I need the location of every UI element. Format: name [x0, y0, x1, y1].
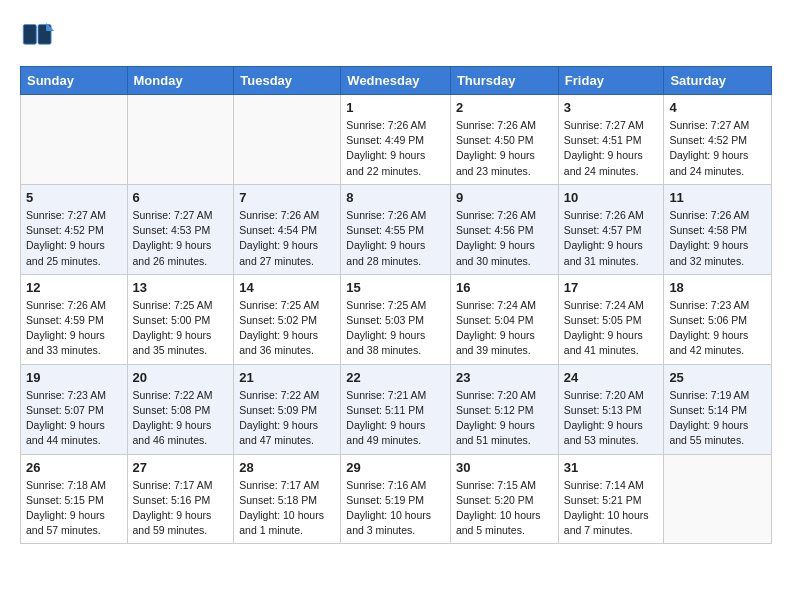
day-number: 13: [133, 280, 229, 295]
day-info: Sunrise: 7:15 AM Sunset: 5:20 PM Dayligh…: [456, 478, 553, 539]
calendar-cell: 5Sunrise: 7:27 AM Sunset: 4:52 PM Daylig…: [21, 184, 128, 274]
col-header-monday: Monday: [127, 67, 234, 95]
day-info: Sunrise: 7:23 AM Sunset: 5:07 PM Dayligh…: [26, 388, 122, 449]
day-number: 29: [346, 460, 445, 475]
day-info: Sunrise: 7:26 AM Sunset: 4:56 PM Dayligh…: [456, 208, 553, 269]
day-number: 6: [133, 190, 229, 205]
day-info: Sunrise: 7:22 AM Sunset: 5:09 PM Dayligh…: [239, 388, 335, 449]
day-number: 24: [564, 370, 659, 385]
day-number: 2: [456, 100, 553, 115]
calendar-cell: 7Sunrise: 7:26 AM Sunset: 4:54 PM Daylig…: [234, 184, 341, 274]
day-number: 1: [346, 100, 445, 115]
calendar-week-row: 12Sunrise: 7:26 AM Sunset: 4:59 PM Dayli…: [21, 274, 772, 364]
calendar-cell: 15Sunrise: 7:25 AM Sunset: 5:03 PM Dayli…: [341, 274, 451, 364]
col-header-tuesday: Tuesday: [234, 67, 341, 95]
calendar-cell: 25Sunrise: 7:19 AM Sunset: 5:14 PM Dayli…: [664, 364, 772, 454]
day-number: 26: [26, 460, 122, 475]
day-info: Sunrise: 7:21 AM Sunset: 5:11 PM Dayligh…: [346, 388, 445, 449]
day-number: 15: [346, 280, 445, 295]
day-number: 30: [456, 460, 553, 475]
day-number: 23: [456, 370, 553, 385]
day-info: Sunrise: 7:25 AM Sunset: 5:03 PM Dayligh…: [346, 298, 445, 359]
day-number: 9: [456, 190, 553, 205]
calendar-cell: 2Sunrise: 7:26 AM Sunset: 4:50 PM Daylig…: [450, 95, 558, 185]
col-header-thursday: Thursday: [450, 67, 558, 95]
calendar-cell: [664, 454, 772, 544]
day-number: 10: [564, 190, 659, 205]
day-info: Sunrise: 7:26 AM Sunset: 4:59 PM Dayligh…: [26, 298, 122, 359]
day-number: 14: [239, 280, 335, 295]
calendar-cell: 1Sunrise: 7:26 AM Sunset: 4:49 PM Daylig…: [341, 95, 451, 185]
calendar-cell: 12Sunrise: 7:26 AM Sunset: 4:59 PM Dayli…: [21, 274, 128, 364]
calendar-table: SundayMondayTuesdayWednesdayThursdayFrid…: [20, 66, 772, 544]
day-number: 20: [133, 370, 229, 385]
day-info: Sunrise: 7:18 AM Sunset: 5:15 PM Dayligh…: [26, 478, 122, 539]
col-header-saturday: Saturday: [664, 67, 772, 95]
day-info: Sunrise: 7:22 AM Sunset: 5:08 PM Dayligh…: [133, 388, 229, 449]
calendar-cell: 11Sunrise: 7:26 AM Sunset: 4:58 PM Dayli…: [664, 184, 772, 274]
day-number: 4: [669, 100, 766, 115]
day-number: 8: [346, 190, 445, 205]
day-info: Sunrise: 7:27 AM Sunset: 4:53 PM Dayligh…: [133, 208, 229, 269]
day-info: Sunrise: 7:20 AM Sunset: 5:12 PM Dayligh…: [456, 388, 553, 449]
day-info: Sunrise: 7:24 AM Sunset: 5:05 PM Dayligh…: [564, 298, 659, 359]
day-number: 16: [456, 280, 553, 295]
day-info: Sunrise: 7:17 AM Sunset: 5:16 PM Dayligh…: [133, 478, 229, 539]
svg-rect-0: [23, 25, 36, 45]
calendar-cell: 16Sunrise: 7:24 AM Sunset: 5:04 PM Dayli…: [450, 274, 558, 364]
calendar-cell: 21Sunrise: 7:22 AM Sunset: 5:09 PM Dayli…: [234, 364, 341, 454]
day-number: 22: [346, 370, 445, 385]
calendar-cell: 20Sunrise: 7:22 AM Sunset: 5:08 PM Dayli…: [127, 364, 234, 454]
col-header-wednesday: Wednesday: [341, 67, 451, 95]
day-number: 3: [564, 100, 659, 115]
day-number: 11: [669, 190, 766, 205]
header: [20, 18, 772, 54]
day-info: Sunrise: 7:26 AM Sunset: 4:58 PM Dayligh…: [669, 208, 766, 269]
day-info: Sunrise: 7:16 AM Sunset: 5:19 PM Dayligh…: [346, 478, 445, 539]
day-info: Sunrise: 7:26 AM Sunset: 4:49 PM Dayligh…: [346, 118, 445, 179]
day-number: 17: [564, 280, 659, 295]
day-number: 25: [669, 370, 766, 385]
logo-icon: [20, 18, 56, 54]
day-info: Sunrise: 7:25 AM Sunset: 5:02 PM Dayligh…: [239, 298, 335, 359]
calendar-cell: 9Sunrise: 7:26 AM Sunset: 4:56 PM Daylig…: [450, 184, 558, 274]
svg-marker-4: [46, 23, 54, 31]
day-info: Sunrise: 7:17 AM Sunset: 5:18 PM Dayligh…: [239, 478, 335, 539]
day-number: 12: [26, 280, 122, 295]
day-info: Sunrise: 7:26 AM Sunset: 4:50 PM Dayligh…: [456, 118, 553, 179]
calendar-cell: 17Sunrise: 7:24 AM Sunset: 5:05 PM Dayli…: [558, 274, 664, 364]
day-info: Sunrise: 7:27 AM Sunset: 4:52 PM Dayligh…: [26, 208, 122, 269]
calendar-cell: 4Sunrise: 7:27 AM Sunset: 4:52 PM Daylig…: [664, 95, 772, 185]
logo: [20, 18, 60, 54]
calendar-cell: [234, 95, 341, 185]
day-info: Sunrise: 7:23 AM Sunset: 5:06 PM Dayligh…: [669, 298, 766, 359]
calendar-week-row: 5Sunrise: 7:27 AM Sunset: 4:52 PM Daylig…: [21, 184, 772, 274]
calendar-cell: 31Sunrise: 7:14 AM Sunset: 5:21 PM Dayli…: [558, 454, 664, 544]
calendar-cell: 6Sunrise: 7:27 AM Sunset: 4:53 PM Daylig…: [127, 184, 234, 274]
calendar-cell: 14Sunrise: 7:25 AM Sunset: 5:02 PM Dayli…: [234, 274, 341, 364]
day-info: Sunrise: 7:24 AM Sunset: 5:04 PM Dayligh…: [456, 298, 553, 359]
calendar-cell: [127, 95, 234, 185]
day-info: Sunrise: 7:27 AM Sunset: 4:51 PM Dayligh…: [564, 118, 659, 179]
calendar-cell: 10Sunrise: 7:26 AM Sunset: 4:57 PM Dayli…: [558, 184, 664, 274]
col-header-friday: Friday: [558, 67, 664, 95]
day-info: Sunrise: 7:14 AM Sunset: 5:21 PM Dayligh…: [564, 478, 659, 539]
day-info: Sunrise: 7:26 AM Sunset: 4:55 PM Dayligh…: [346, 208, 445, 269]
calendar-cell: 24Sunrise: 7:20 AM Sunset: 5:13 PM Dayli…: [558, 364, 664, 454]
calendar-cell: 23Sunrise: 7:20 AM Sunset: 5:12 PM Dayli…: [450, 364, 558, 454]
calendar-cell: 19Sunrise: 7:23 AM Sunset: 5:07 PM Dayli…: [21, 364, 128, 454]
day-number: 18: [669, 280, 766, 295]
day-info: Sunrise: 7:26 AM Sunset: 4:54 PM Dayligh…: [239, 208, 335, 269]
day-info: Sunrise: 7:20 AM Sunset: 5:13 PM Dayligh…: [564, 388, 659, 449]
day-number: 5: [26, 190, 122, 205]
day-info: Sunrise: 7:19 AM Sunset: 5:14 PM Dayligh…: [669, 388, 766, 449]
day-number: 28: [239, 460, 335, 475]
calendar-header-row: SundayMondayTuesdayWednesdayThursdayFrid…: [21, 67, 772, 95]
calendar-cell: 28Sunrise: 7:17 AM Sunset: 5:18 PM Dayli…: [234, 454, 341, 544]
calendar-cell: 29Sunrise: 7:16 AM Sunset: 5:19 PM Dayli…: [341, 454, 451, 544]
day-info: Sunrise: 7:26 AM Sunset: 4:57 PM Dayligh…: [564, 208, 659, 269]
day-number: 19: [26, 370, 122, 385]
day-number: 21: [239, 370, 335, 385]
calendar-cell: 3Sunrise: 7:27 AM Sunset: 4:51 PM Daylig…: [558, 95, 664, 185]
day-number: 31: [564, 460, 659, 475]
